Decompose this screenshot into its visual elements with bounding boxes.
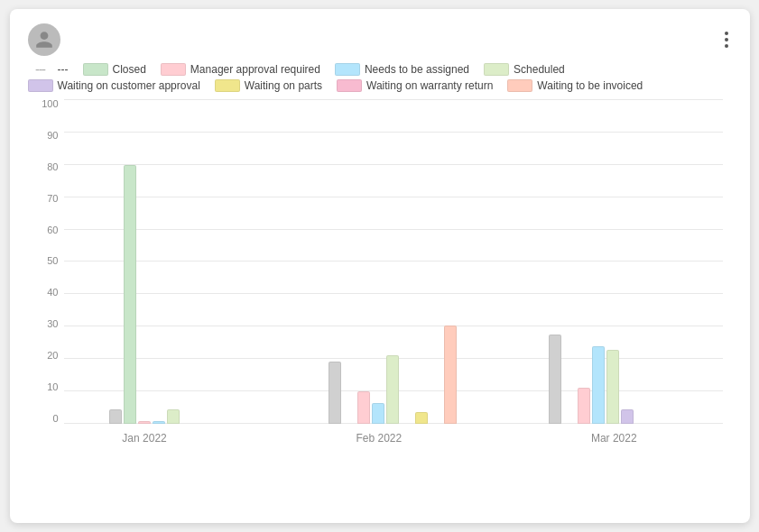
bar-waiting_invoice [444,326,457,424]
y-label: 20 [47,351,58,361]
legend-item-unknown: ------ [28,63,69,76]
bar-unknown [549,335,561,424]
chart-area: 1009080706050403020100 Jan 2022Feb 2022M… [28,99,732,451]
x-label: Jan 2022 [122,432,166,445]
y-label: 10 [47,382,58,392]
avatar [28,23,60,56]
bar-group-Jan-2022 [109,165,237,424]
y-label: 40 [47,288,58,298]
bar-needs_assigned [592,346,605,424]
legend-item-waiting_parts: Waiting on parts [215,79,322,92]
bars-container [64,99,723,424]
y-label: 30 [47,319,58,329]
bar-scheduled [606,350,619,425]
bar-closed [124,165,136,424]
chart-card: ------ClosedManager approval requiredNee… [10,9,750,523]
bar-waiting_parts [415,412,428,424]
bar-manager_approval [578,388,590,424]
legend-item-needs_assigned: Needs to be assigned [335,63,469,76]
legend-item-manager_approval: Manager approval required [161,63,320,76]
y-label: 90 [47,131,58,141]
header-left [28,23,71,56]
bar-group-Mar-2022 [549,335,677,424]
x-axis: Jan 2022Feb 2022Mar 2022 [28,426,732,451]
x-label: Mar 2022 [591,432,637,445]
bar-unknown [329,362,341,424]
y-label: 70 [47,194,58,204]
y-label: 100 [42,99,58,109]
bar-group-Feb-2022 [329,326,457,424]
bar-unknown [109,409,122,425]
bar-needs_assigned [153,421,165,424]
y-label: 0 [52,414,58,424]
legend-item-waiting_warranty: Waiting on warranty return [337,79,493,92]
chart-inner [64,99,723,424]
chart-header [28,23,732,56]
bar-manager_approval [357,391,370,424]
bar-scheduled [167,409,180,425]
bar-waiting_customer [621,409,634,425]
legend-item-waiting_invoice: Waiting to be invoiced [507,79,643,92]
more-options-button[interactable] [721,28,732,51]
chart-legend: ------ClosedManager approval requiredNee… [28,63,732,92]
bar-manager_approval [138,421,151,424]
bar-scheduled [386,355,399,424]
x-label: Feb 2022 [356,432,402,445]
y-axis: 1009080706050403020100 [28,99,62,424]
y-label: 80 [47,162,58,172]
legend-item-waiting_customer: Waiting on customer approval [28,79,200,92]
y-label: 60 [47,225,58,235]
legend-item-closed: Closed [83,63,146,76]
y-label: 50 [47,256,58,266]
legend-item-scheduled: Scheduled [484,63,565,76]
bar-needs_assigned [372,403,384,424]
